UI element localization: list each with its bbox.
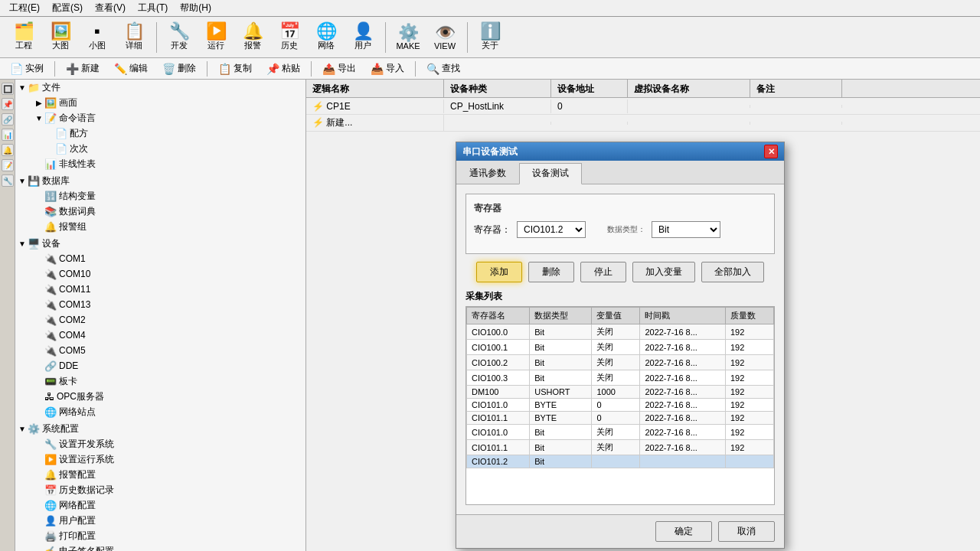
memory-select[interactable]: CIO101.2 CIO100.0 CIO100.1 DM100: [517, 221, 586, 238]
cell-type: BYTE: [530, 399, 592, 412]
cancel-button[interactable]: 取消: [718, 521, 775, 542]
cell-type: Bit: [530, 340, 592, 355]
cell-reg: CIO100.0: [467, 324, 530, 340]
cell-time: 2022-7-16 8...: [640, 399, 726, 412]
cell-quality: 192: [725, 440, 773, 455]
cell-quality: 192: [725, 370, 773, 386]
cell-reg: CIO100.1: [467, 340, 530, 355]
cell-time: 2022-7-16 8...: [640, 412, 726, 425]
cell-val: [592, 455, 640, 468]
cell-val: 1000: [592, 386, 640, 399]
col-data-type: 数据类型: [530, 308, 592, 324]
action-buttons: 添加 删除 停止 加入变量 全部加入: [466, 262, 775, 282]
col-var-val: 变量值: [592, 308, 640, 324]
col-quality: 质量数: [725, 308, 773, 324]
table-row[interactable]: CIO101.2Bit: [467, 455, 774, 468]
cell-time: 2022-7-16 8...: [640, 340, 726, 355]
cell-time: 2022-7-16 8...: [640, 324, 726, 340]
cell-time: 2022-7-16 8...: [640, 425, 726, 440]
tab-comm-params[interactable]: 通讯参数: [456, 163, 519, 184]
add-var-button[interactable]: 加入变量: [632, 262, 695, 282]
cell-quality: 192: [725, 425, 773, 440]
delete-button[interactable]: 删除: [528, 262, 574, 282]
cell-quality: 192: [725, 412, 773, 425]
cell-quality: 192: [725, 324, 773, 340]
cell-quality: 192: [725, 399, 773, 412]
serial-device-test-dialog: 串口设备测试 ✕ 通讯参数 设备测试 寄存器 寄存器： CIO101.2 CIO…: [456, 142, 785, 549]
sample-list-label: 采集列表: [466, 290, 775, 303]
cell-type: Bit: [530, 455, 592, 468]
table-row[interactable]: CIO101.1BYTE02022-7-16 8...192: [467, 412, 774, 425]
col-reg-name: 寄存器名: [467, 308, 530, 324]
cell-val: 关闭: [592, 425, 640, 440]
cell-time: 2022-7-16 8...: [640, 386, 726, 399]
cell-reg: CIO100.2: [467, 355, 530, 370]
cell-type: BYTE: [530, 412, 592, 425]
table-row[interactable]: DM100USHORT10002022-7-16 8...192: [467, 386, 774, 399]
cell-quality: [725, 455, 773, 468]
cell-time: 2022-7-16 8...: [640, 440, 726, 455]
table-row[interactable]: CIO100.2Bit关闭2022-7-16 8...192: [467, 355, 774, 370]
cell-reg: CIO101.2: [467, 455, 530, 468]
dialog-titlebar: 串口设备测试 ✕: [456, 142, 784, 161]
cell-reg: CIO101.1: [467, 412, 530, 425]
cell-val: 关闭: [592, 440, 640, 455]
cell-quality: 192: [725, 355, 773, 370]
table-row[interactable]: CIO101.0Bit关闭2022-7-16 8...192: [467, 425, 774, 440]
cell-time: 2022-7-16 8...: [640, 370, 726, 386]
memory-field-label: 寄存器：: [474, 223, 511, 236]
cell-time: [640, 455, 726, 468]
col-timestamp: 时间戳: [640, 308, 726, 324]
dialog-close-button[interactable]: ✕: [764, 145, 778, 158]
data-type-select[interactable]: Bit BYTE USHORT SHORT ULONG LONG FLOAT D…: [652, 221, 720, 238]
cell-reg: DM100: [467, 386, 530, 399]
cell-type: Bit: [530, 324, 592, 340]
cell-val: 0: [592, 412, 640, 425]
cell-reg: CIO101.1: [467, 440, 530, 455]
cell-reg: CIO100.3: [467, 370, 530, 386]
tab-device-test[interactable]: 设备测试: [519, 163, 582, 184]
cell-type: Bit: [530, 440, 592, 455]
dialog-body: 寄存器 寄存器： CIO101.2 CIO100.0 CIO100.1 DM10…: [456, 184, 784, 514]
cell-quality: 192: [725, 340, 773, 355]
table-row[interactable]: CIO100.1Bit关闭2022-7-16 8...192: [467, 340, 774, 355]
table-row[interactable]: CIO100.0Bit关闭2022-7-16 8...192: [467, 324, 774, 340]
table-row[interactable]: CIO101.0BYTE02022-7-16 8...192: [467, 399, 774, 412]
memory-form-row: 寄存器： CIO101.2 CIO100.0 CIO100.1 DM100 数据…: [474, 221, 766, 238]
data-type-label: 数据类型：: [607, 224, 645, 235]
cell-val: 关闭: [592, 324, 640, 340]
memory-section-label: 寄存器: [474, 202, 766, 215]
cell-reg: CIO101.0: [467, 425, 530, 440]
cell-val: 0: [592, 399, 640, 412]
cell-type: Bit: [530, 355, 592, 370]
confirm-button[interactable]: 确定: [655, 521, 712, 542]
cell-type: USHORT: [530, 386, 592, 399]
cell-reg: CIO101.0: [467, 399, 530, 412]
add-button[interactable]: 添加: [476, 262, 522, 282]
dialog-overlay: 串口设备测试 ✕ 通讯参数 设备测试 寄存器 寄存器： CIO101.2 CIO…: [0, 0, 980, 551]
cell-val: 关闭: [592, 370, 640, 386]
add-all-button[interactable]: 全部加入: [701, 262, 764, 282]
dialog-tabs: 通讯参数 设备测试: [456, 161, 784, 184]
table-row[interactable]: CIO100.3Bit关闭2022-7-16 8...192: [467, 370, 774, 386]
cell-type: Bit: [530, 370, 592, 386]
cell-type: Bit: [530, 425, 592, 440]
dialog-footer: 确定 取消: [456, 514, 784, 548]
dialog-title: 串口设备测试: [462, 145, 518, 158]
cell-val: 关闭: [592, 355, 640, 370]
table-row[interactable]: CIO101.1Bit关闭2022-7-16 8...192: [467, 440, 774, 455]
cell-val: 关闭: [592, 340, 640, 355]
sample-data-table: 寄存器名 数据类型 变量值 时间戳 质量数 CIO100.0Bit关闭2022-…: [466, 307, 774, 468]
cell-time: 2022-7-16 8...: [640, 355, 726, 370]
stop-button[interactable]: 停止: [580, 262, 626, 282]
cell-quality: 192: [725, 386, 773, 399]
